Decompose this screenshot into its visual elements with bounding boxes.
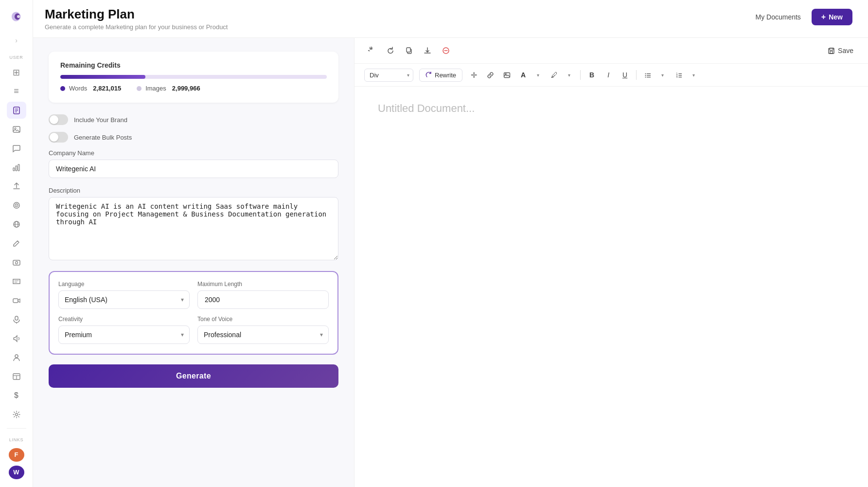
page-subtitle: Generate a complete Marketing plan for y… (45, 23, 228, 31)
images-label: Images (145, 85, 166, 92)
ordered-list-group: 1.2.3. ▾ (672, 68, 701, 82)
creativity-select[interactable]: Premium Standard Economy (58, 325, 190, 344)
editor-placeholder: Untitled Document... (378, 102, 845, 115)
user-icon[interactable] (7, 349, 26, 366)
add-element-button[interactable]: ✛ (466, 68, 481, 82)
svg-rect-18 (13, 299, 18, 303)
dollar-icon[interactable]: $ (7, 387, 26, 404)
svg-rect-16 (13, 260, 20, 265)
tone-col: Tone of Voice Professional Casual Formal… (197, 316, 329, 344)
text-color-chevron[interactable]: ▾ (531, 68, 545, 82)
svg-rect-30 (830, 51, 833, 54)
company-name-section: Company Name (49, 149, 338, 178)
language-select[interactable]: English (USA) English (UK) Spanish Frenc… (58, 290, 190, 309)
format-select-wrap: Div Paragraph Heading 1 Heading 2 ▾ (364, 69, 413, 82)
sound-icon[interactable] (7, 330, 26, 347)
words-dot (60, 86, 65, 91)
company-name-input[interactable] (49, 160, 338, 178)
underline-button[interactable]: U (618, 68, 632, 82)
user-section-label: USER (0, 55, 33, 60)
ordered-list-chevron[interactable]: ▾ (686, 68, 701, 82)
stop-button[interactable] (438, 43, 454, 58)
target-icon[interactable] (7, 197, 26, 214)
bulk-posts-row: Generate Bulk Posts (49, 132, 338, 143)
f-avatar[interactable]: F (9, 448, 24, 462)
settings-icon[interactable] (7, 406, 26, 423)
svg-point-36 (645, 76, 646, 77)
ordered-list-button[interactable]: 1.2.3. (672, 68, 686, 82)
svg-point-34 (645, 73, 646, 74)
language-select-wrap: English (USA) English (UK) Spanish Frenc… (58, 290, 190, 309)
images-dot (137, 86, 142, 91)
italic-button[interactable]: I (601, 68, 616, 82)
svg-point-12 (16, 205, 17, 206)
max-length-col: Maximum Length (197, 281, 329, 309)
creativity-tone-row: Creativity Premium Standard Economy ▾ To… (58, 316, 329, 344)
document-list-icon[interactable]: ≡ (7, 83, 26, 100)
format-select[interactable]: Div Paragraph Heading 1 Heading 2 (364, 69, 413, 82)
link-button[interactable] (483, 68, 497, 82)
copy-button[interactable] (401, 43, 417, 58)
file-text-icon[interactable] (7, 102, 26, 119)
undo-button[interactable] (364, 43, 380, 58)
download-button[interactable] (420, 43, 435, 58)
editor-body[interactable]: Untitled Document... (354, 87, 868, 487)
header-title-block: Marketing Plan Generate a complete Marke… (45, 7, 228, 31)
rewrite-button[interactable]: Rewrite (419, 69, 462, 82)
highlight-chevron[interactable]: ▾ (562, 68, 576, 82)
svg-rect-19 (15, 316, 18, 320)
include-brand-toggle[interactable] (49, 114, 68, 125)
options-box: Language English (USA) English (UK) Span… (49, 271, 338, 355)
right-panel: Save Div Paragraph Heading 1 Heading 2 ▾ (354, 38, 868, 487)
svg-rect-8 (16, 166, 17, 171)
save-button[interactable]: Save (823, 44, 858, 57)
left-panel: Remaining Credits Words 2,821,015 Images… (33, 38, 354, 487)
format-separator-2 (636, 70, 637, 80)
message-icon[interactable] (7, 273, 26, 290)
w-avatar[interactable]: W (9, 466, 24, 479)
page-title: Marketing Plan (45, 7, 228, 22)
credits-card: Remaining Credits Words 2,821,015 Images… (49, 52, 338, 103)
image-icon[interactable] (7, 121, 26, 138)
bold-button[interactable]: B (585, 68, 599, 82)
globe-icon[interactable] (7, 216, 26, 233)
grid-icon[interactable]: ⊞ (7, 64, 26, 81)
list-chevron[interactable]: ▾ (655, 68, 670, 82)
svg-point-21 (15, 355, 18, 358)
credits-bar-fill (60, 75, 145, 79)
generate-button[interactable]: Generate (49, 364, 338, 388)
chat-icon[interactable] (7, 140, 26, 157)
highlight-color-group: 🖊 ▾ (547, 68, 576, 82)
tone-select[interactable]: Professional Casual Formal Friendly Pers… (197, 325, 329, 344)
words-count: 2,821,015 (93, 85, 121, 92)
new-button[interactable]: + New (812, 9, 852, 25)
language-col: Language English (USA) English (UK) Span… (58, 281, 190, 309)
video-icon[interactable] (7, 292, 26, 309)
svg-point-6 (15, 127, 16, 129)
image-insert-button[interactable] (499, 68, 514, 82)
creativity-select-wrap: Premium Standard Economy ▾ (58, 325, 190, 344)
my-documents-button[interactable]: My Documents (751, 10, 806, 24)
max-length-input[interactable] (197, 290, 329, 309)
credits-bar-track (60, 75, 327, 79)
highlight-button[interactable]: 🖊 (547, 68, 562, 82)
content-split: Remaining Credits Words 2,821,015 Images… (33, 38, 868, 487)
mic-icon[interactable] (7, 311, 26, 328)
svg-rect-9 (18, 164, 19, 171)
redo-button[interactable] (383, 43, 398, 58)
bulk-posts-toggle[interactable] (49, 132, 68, 143)
edit-icon[interactable] (7, 235, 26, 252)
photo-icon[interactable] (7, 254, 26, 271)
include-brand-knob (50, 115, 58, 124)
svg-point-35 (645, 75, 646, 76)
bullet-list-button[interactable] (640, 68, 655, 82)
chart-icon[interactable] (7, 159, 26, 176)
text-color-button[interactable]: A (516, 68, 531, 82)
sidebar-collapse-btn[interactable]: › (11, 35, 22, 45)
images-count: 2,999,966 (172, 85, 200, 92)
table-icon[interactable] (7, 368, 26, 385)
upload-icon[interactable] (7, 178, 26, 195)
list-group: ▾ (640, 68, 670, 82)
description-textarea[interactable]: Writegenic AI is an AI content writing S… (49, 197, 338, 260)
plus-icon: + (821, 13, 826, 21)
